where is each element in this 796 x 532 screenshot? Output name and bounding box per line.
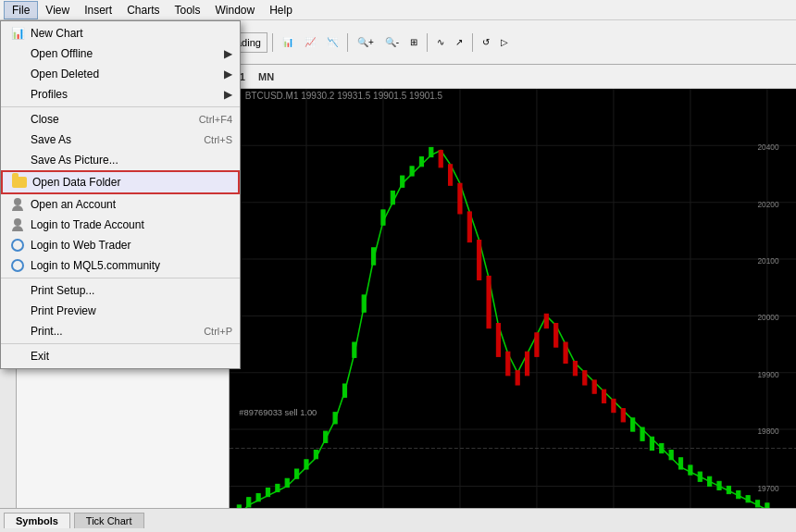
svg-rect-57: [631, 418, 635, 431]
chart-btn1[interactable]: 📊: [278, 32, 298, 53]
svg-rect-26: [333, 413, 337, 424]
svg-rect-44: [506, 352, 510, 376]
menu-help[interactable]: Help: [262, 2, 300, 19]
indicator-btn[interactable]: ∿: [432, 32, 449, 53]
svg-rect-29: [362, 295, 366, 312]
svg-rect-56: [621, 409, 625, 422]
trendline-btn[interactable]: ↗: [451, 32, 467, 53]
svg-rect-58: [641, 427, 644, 440]
svg-rect-65: [708, 476, 712, 486]
menu-item-label: Open an Account: [31, 198, 116, 211]
svg-rect-0: [230, 89, 796, 532]
menu-file[interactable]: File: [4, 1, 38, 19]
svg-rect-64: [698, 472, 702, 481]
tab-tick-chart[interactable]: Tick Chart: [74, 513, 144, 528]
person-icon: [8, 198, 27, 211]
svg-rect-70: [755, 501, 759, 507]
svg-rect-22: [295, 469, 299, 478]
svg-rect-41: [478, 241, 481, 280]
menu-item-login-web[interactable]: Login to Web Trader: [1, 235, 240, 255]
status-bar: Symbols Tick Chart: [0, 508, 796, 532]
svg-rect-63: [689, 465, 692, 475]
svg-rect-31: [381, 210, 385, 225]
menu-item-exit[interactable]: Exit: [1, 346, 240, 366]
zoom-out-btn[interactable]: 🔍-: [380, 32, 404, 53]
person-icon: [8, 218, 27, 231]
svg-rect-23: [305, 460, 308, 469]
menu-item-print-setup[interactable]: Print Setup...: [1, 280, 240, 301]
menu-view[interactable]: View: [38, 2, 77, 19]
tab-symbols[interactable]: Symbols: [4, 513, 70, 528]
menu-window[interactable]: Window: [208, 2, 263, 19]
menu-item-label: Save As: [31, 133, 71, 146]
zoom-in-btn[interactable]: 🔍+: [353, 32, 379, 53]
menu-item-login-trade[interactable]: Login to Trade Account: [1, 215, 240, 235]
menu-bar: File View Insert Charts Tools Window Hel…: [0, 0, 796, 20]
menu-item-label: Open Offline: [31, 47, 93, 60]
svg-rect-67: [727, 486, 730, 493]
menu-item-label: Login to Trade Account: [31, 218, 144, 231]
svg-rect-54: [602, 390, 605, 402]
menu-item-open-deleted[interactable]: Open Deleted▶: [1, 64, 240, 84]
chart-area: ▼ BTCUSD.M1 19930.2 19931.5 19901.5 1990…: [230, 89, 796, 532]
menu-charts[interactable]: Charts: [119, 2, 167, 19]
app-container: File View Insert Charts Tools Window Hel…: [0, 0, 796, 532]
chart-title: ▼ BTCUSD.M1 19930.2 19931.5 19901.5 1990…: [233, 91, 442, 101]
svg-rect-51: [573, 361, 577, 375]
menu-item-new-chart[interactable]: 📊New Chart: [1, 23, 240, 43]
separator6: [427, 33, 428, 52]
svg-text:20200: 20200: [758, 201, 779, 209]
chart-btn2[interactable]: 📈: [300, 32, 320, 53]
globe-icon: [8, 259, 27, 272]
globe-icon: [8, 239, 27, 252]
svg-rect-49: [554, 324, 558, 348]
svg-rect-18: [256, 494, 260, 501]
svg-rect-40: [467, 212, 471, 242]
svg-text:19900: 19900: [758, 371, 779, 379]
svg-rect-48: [544, 314, 548, 328]
svg-text:19800: 19800: [758, 427, 779, 436]
menu-item-close[interactable]: CloseCtrl+F4: [1, 109, 240, 130]
svg-rect-59: [650, 437, 653, 450]
svg-rect-68: [737, 491, 740, 499]
menu-item-print-preview[interactable]: Print Preview: [1, 301, 240, 321]
grid-btn[interactable]: ⊞: [405, 32, 422, 53]
svg-rect-32: [391, 191, 394, 204]
menu-item-print[interactable]: Print...Ctrl+P: [1, 321, 240, 341]
separator4: [272, 33, 273, 52]
chart-btn3[interactable]: 📉: [322, 32, 342, 53]
menu-item-open-offline[interactable]: Open Offline▶: [1, 43, 240, 64]
svg-rect-36: [429, 147, 433, 156]
menu-item-save-as[interactable]: Save AsCtrl+S: [1, 130, 240, 150]
svg-text:#89769033 sell 1.00: #89769033 sell 1.00: [239, 408, 317, 417]
more-btn[interactable]: ▷: [496, 32, 513, 53]
menu-item-profiles[interactable]: Profiles▶: [1, 84, 240, 105]
menu-item-label: Print Setup...: [31, 284, 94, 297]
menu-item-open-an-account[interactable]: Open an Account: [1, 194, 240, 215]
menu-item-label: Open Deleted: [31, 68, 99, 80]
svg-rect-30: [372, 248, 376, 265]
menu-item-open-data-folder[interactable]: Open Data Folder: [1, 170, 240, 194]
svg-rect-27: [342, 384, 346, 397]
svg-rect-39: [458, 183, 462, 214]
folder-icon: [10, 177, 29, 188]
menu-item-label: Open Data Folder: [32, 176, 120, 189]
menu-insert[interactable]: Insert: [77, 2, 119, 19]
menu-item-login-mql5[interactable]: Login to MQL5.community: [1, 255, 240, 276]
svg-rect-61: [669, 451, 673, 460]
refresh-btn[interactable]: ↺: [478, 32, 494, 53]
svg-text:19700: 19700: [758, 485, 779, 493]
svg-rect-20: [276, 484, 280, 491]
separator5: [347, 33, 348, 52]
svg-rect-33: [401, 176, 404, 187]
svg-text:20400: 20400: [758, 144, 779, 153]
menu-item-label: Profiles: [31, 88, 68, 101]
menu-separator: [1, 343, 240, 344]
menu-item-label: Login to MQL5.community: [31, 259, 160, 272]
svg-text:20000: 20000: [758, 315, 779, 323]
menu-tools[interactable]: Tools: [168, 2, 208, 19]
menu-item-save-as-picture[interactable]: Save As Picture...: [1, 150, 240, 170]
menu-item-label: Print Preview: [31, 304, 96, 317]
menu-item-label: Print...: [31, 325, 63, 338]
period-mn[interactable]: MN: [253, 69, 280, 84]
